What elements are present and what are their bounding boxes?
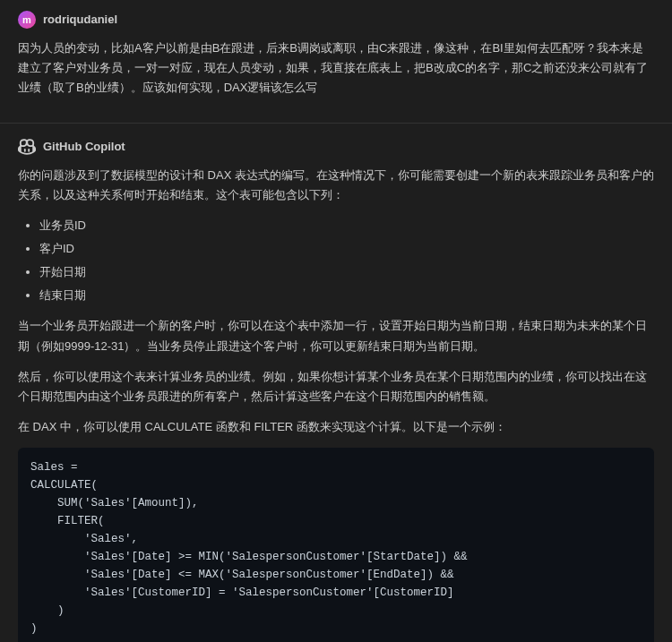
- column-list: 业务员ID 客户ID 开始日期 结束日期: [39, 216, 654, 305]
- user-avatar: m: [18, 11, 36, 29]
- user-message-header: m rodriqudaniel: [18, 11, 654, 30]
- list-item: 结束日期: [39, 286, 654, 305]
- message-divider: [0, 123, 672, 124]
- copilot-message-header: GitHub Copilot: [18, 138, 654, 157]
- copilot-intro: 你的问题涉及到了数据模型的设计和 DAX 表达式的编写。在这种情况下，你可能需要…: [18, 166, 654, 205]
- copilot-para3: 在 DAX 中，你可以使用 CALCULATE 函数和 FILTER 函数来实现…: [18, 417, 654, 437]
- user-message: m rodriqudaniel 因为人员的变动，比如A客户以前是由B在跟进，后来…: [0, 0, 672, 119]
- copilot-message: GitHub Copilot 你的问题涉及到了数据模型的设计和 DAX 表达式的…: [0, 127, 672, 642]
- list-item: 业务员ID: [39, 216, 654, 235]
- user-username: rodriqudaniel: [43, 11, 117, 30]
- user-message-content: 因为人员的变动，比如A客户以前是由B在跟进，后来B调岗或离职，由C来跟进，像这种…: [18, 39, 654, 98]
- user-text: 因为人员的变动，比如A客户以前是由B在跟进，后来B调岗或离职，由C来跟进，像这种…: [18, 39, 654, 98]
- list-item: 开始日期: [39, 262, 654, 282]
- copilot-para2: 然后，你可以使用这个表来计算业务员的业绩。例如，如果你想计算某个业务员在某个日期…: [18, 367, 654, 407]
- copilot-message-content: 你的问题涉及到了数据模型的设计和 DAX 表达式的编写。在这种情况下，你可能需要…: [18, 166, 654, 642]
- copilot-username: GitHub Copilot: [43, 138, 125, 157]
- copilot-icon: [18, 138, 36, 156]
- code-block[interactable]: Sales = CALCULATE( SUM('Sales'[Amount]),…: [18, 448, 654, 642]
- avatar-letter: m: [22, 13, 31, 29]
- list-item: 客户ID: [39, 239, 654, 259]
- copilot-avatar: [18, 138, 36, 156]
- copilot-para1: 当一个业务员开始跟进一个新的客户时，你可以在这个表中添加一行，设置开始日期为当前…: [18, 316, 654, 355]
